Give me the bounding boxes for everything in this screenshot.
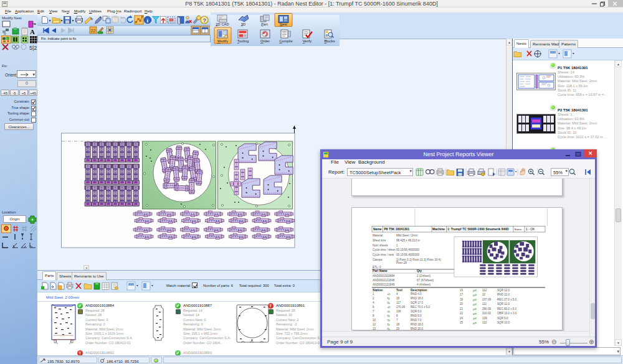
svg-text:110: 110: [482, 321, 487, 324]
svg-text:AND0002121848: AND0002121848: [373, 279, 395, 282]
svg-text:Material: Material: [373, 234, 383, 237]
svg-text:24: 24: [460, 317, 464, 320]
svg-text:7: 7: [373, 310, 374, 313]
svg-text:Modify: Modify: [217, 39, 228, 43]
svg-text:Verify: Verify: [303, 39, 312, 43]
svg-text:Clamps: Clamps: [373, 258, 383, 261]
svg-text:RND 18.0: RND 18.0: [411, 297, 424, 300]
svg-text:8: 8: [373, 314, 374, 317]
svg-text:Tooling: Tooling: [237, 39, 249, 43]
svg-text:17: 17: [460, 293, 464, 296]
svg-text:REC 70.0 x 5.0: REC 70.0 x 5.0: [411, 306, 430, 309]
svg-text:Sheet size: Sheet size: [373, 239, 386, 242]
svg-text:Num sheets: Num sheets: [373, 244, 388, 247]
svg-text:Mild Steel / 2mm: Mild Steel / 2mm: [396, 234, 417, 237]
svg-text:Cycle time / sheet: Cycle time / sheet: [373, 248, 396, 251]
svg-text:109: 109: [482, 317, 487, 320]
svg-text:18: 18: [396, 323, 400, 326]
svg-text:SQR 6.0: SQR 6.0: [411, 310, 422, 313]
svg-text:13: 13: [373, 327, 376, 330]
svg-text:4 (4/sheet): 4 (4/sheet): [417, 283, 430, 286]
svg-text:1 - OK: 1 - OK: [526, 227, 535, 231]
svg-text:Status: Status: [515, 228, 522, 231]
svg-text:AND0001910884: AND0001910884: [373, 274, 395, 278]
svg-text:4: 4: [373, 301, 374, 304]
svg-text:310.02: 310.02: [482, 312, 491, 315]
svg-text:SQR 12.0: SQR 12.0: [497, 289, 510, 292]
svg-text:RND 20.0: RND 20.0: [411, 327, 424, 330]
svg-text:Posn 28: Posn 28: [396, 261, 407, 264]
svg-text:Order: Order: [260, 39, 270, 43]
svg-text:98.425 x 49.213 in: 98.425 x 49.213 in: [396, 239, 420, 242]
svg-text:RND 10.0: RND 10.0: [497, 293, 510, 296]
svg-text:SQR 5.0: SQR 5.0: [497, 317, 508, 320]
svg-text:Part: Part: [261, 22, 268, 26]
svg-text:12: 12: [373, 323, 376, 326]
svg-text:20: 20: [460, 302, 464, 306]
svg-text:SQR 11.0: SQR 11.0: [497, 302, 510, 306]
svg-text:Part Name: Part Name: [373, 269, 388, 273]
svg-text:6: 6: [396, 314, 398, 317]
svg-text:Name: Name: [373, 227, 382, 231]
svg-text:1: 1: [396, 244, 398, 247]
svg-text:OBR 10.0 x 3.0: OBR 10.0 x 3.0: [497, 312, 517, 315]
svg-text:REC 60.0 x 5.0: REC 60.0 x 5.0: [497, 307, 517, 310]
svg-text:20: 20: [396, 327, 400, 330]
svg-text:SQR 10.0: SQR 10.0: [497, 321, 510, 324]
svg-text:RND 18.0: RND 18.0: [411, 323, 424, 326]
svg-text:2: 2: [373, 297, 374, 300]
svg-text:5|2: 5|2: [29, 45, 37, 51]
svg-text:RND 4.0: RND 4.0: [411, 292, 422, 296]
svg-text:290.09: 290.09: [482, 307, 491, 310]
svg-text:22: 22: [91, 29, 96, 33]
svg-text:237.09: 237.09: [482, 298, 491, 301]
svg-text:1: 1: [373, 292, 374, 296]
svg-text:117: 117: [396, 301, 401, 304]
svg-text:16: 16: [460, 289, 464, 292]
svg-text:4: 4: [396, 292, 398, 296]
svg-text:2D CAD: 2D CAD: [216, 22, 229, 26]
svg-text:106: 106: [396, 310, 401, 313]
svg-text:?: ?: [203, 17, 207, 24]
svg-text:00:19:56.4000000: 00:19:56.4000000: [396, 253, 419, 256]
svg-text:Nest: Nest: [280, 22, 287, 26]
svg-text:P8 T5K 18041301: P8 T5K 18041301: [384, 227, 410, 231]
svg-text:67 (67/sheet): 67 (67/sheet): [417, 279, 434, 282]
svg-text:10: 10: [482, 293, 486, 296]
svg-text:Qty: Qty: [417, 269, 422, 273]
svg-text:RND 7.0: RND 7.0: [411, 319, 422, 322]
svg-text:3D: 3D: [241, 22, 245, 26]
svg-text:270.09: 270.09: [396, 306, 405, 309]
svg-text:AND0002121849: AND0002121849: [373, 283, 395, 286]
svg-text:18: 18: [396, 297, 400, 300]
svg-text:1: Trumpf TC 5000R-1600 Sinume: 1: Trumpf TC 5000R-1600 Sinumerik 840D: [447, 227, 509, 231]
svg-text:2 (2/sheet): 2 (2/sheet): [417, 274, 430, 278]
svg-text:SQR 17.0: SQR 17.0: [411, 301, 424, 304]
svg-text:Compile: Compile: [279, 39, 292, 43]
svg-text:Cycle time / nest: Cycle time / nest: [373, 253, 394, 256]
svg-text:Machine: Machine: [432, 227, 445, 231]
svg-text:RND 6.0: RND 6.0: [411, 314, 422, 317]
svg-text:1) Posn 3 2) Posn 11 3: 1) Posn 3 2) Posn 11 3) Posn 19 4): [396, 258, 441, 261]
svg-text:25: 25: [460, 321, 464, 324]
svg-text:112: 112: [482, 289, 487, 292]
svg-text:Blocks: Blocks: [324, 39, 335, 43]
svg-text:21: 21: [460, 307, 464, 310]
svg-text:22: 22: [460, 312, 464, 315]
svg-text:10: 10: [373, 319, 376, 322]
svg-text:REC 27.0 x 5.0: REC 27.0 x 5.0: [497, 298, 517, 301]
svg-text:18: 18: [460, 298, 464, 301]
svg-text:00:19:56.4000000: 00:19:56.4000000: [396, 248, 419, 251]
svg-text:Station: Station: [373, 289, 383, 292]
svg-text:6: 6: [373, 306, 374, 309]
svg-text:ETL: 0: ETL: 0: [373, 266, 381, 269]
svg-text:Tool: Tool: [396, 289, 402, 292]
svg-text:7: 7: [396, 319, 398, 322]
svg-text:A: A: [30, 28, 35, 35]
svg-text:Description: Description: [411, 289, 427, 292]
svg-text:111: 111: [482, 302, 487, 306]
